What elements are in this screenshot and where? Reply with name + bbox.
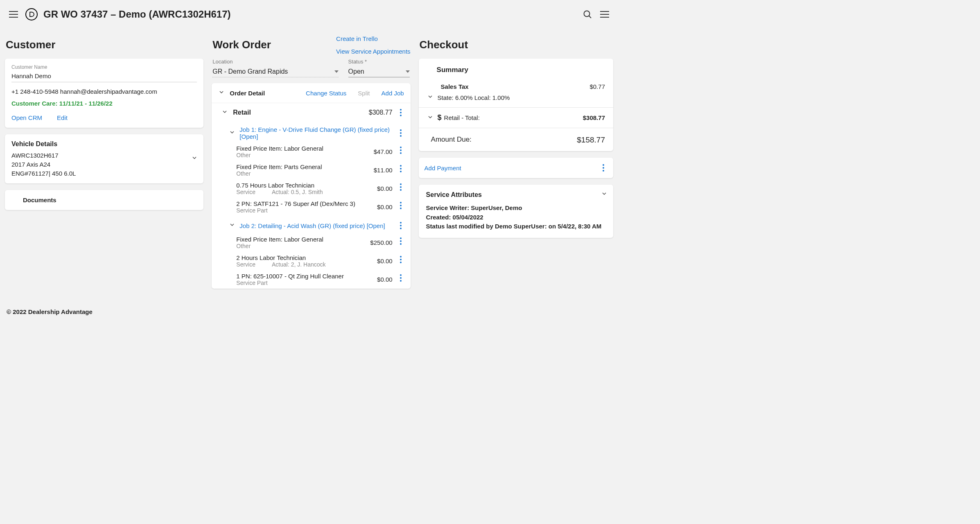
- status-select[interactable]: Status * Open: [348, 59, 410, 77]
- job-menu[interactable]: [397, 220, 405, 231]
- customer-heading: Customer: [6, 38, 203, 51]
- line-item: Fixed Price Item: Labor GeneralOther$250…: [212, 233, 410, 252]
- add-job-link[interactable]: Add Job: [382, 90, 404, 97]
- item-title: 0.75 Hours Labor Technician: [236, 182, 368, 189]
- add-payment-link[interactable]: Add Payment: [425, 165, 599, 172]
- add-payment-card: Add Payment: [419, 158, 613, 178]
- workorder-column: Work Order Create in Trello View Service…: [212, 34, 410, 295]
- item-title: 2 Hours Labor Technician: [236, 254, 368, 261]
- line-item: Fixed Price Item: Labor GeneralOther$47.…: [212, 142, 410, 161]
- customer-phone: +1 248-410-5948: [11, 88, 59, 95]
- item-menu[interactable]: [397, 163, 405, 174]
- footer-copyright: © 2022 Dealership Advantage: [0, 300, 618, 328]
- collapse-toggle[interactable]: [427, 114, 434, 122]
- menu-button-left[interactable]: [5, 6, 22, 23]
- vehicle-vin: AWRC1302H617: [11, 151, 197, 160]
- service-created: Created: 05/04/2022: [426, 213, 606, 222]
- status-value: Open: [348, 68, 364, 75]
- collapse-toggle[interactable]: [229, 221, 235, 230]
- dollar-icon: $: [438, 113, 442, 122]
- hamburger-icon: [600, 11, 609, 18]
- job-row: Job 1: Engine - V-Drive Fluid Change (GR…: [212, 122, 410, 142]
- collapse-toggle[interactable]: [218, 89, 225, 97]
- service-attributes-title: Service Attributes: [426, 191, 606, 199]
- service-writer: Service Writer: SuperUser, Demo: [426, 203, 606, 213]
- vehicle-details-card[interactable]: Vehicle Details AWRC1302H617 2017 Axis A…: [5, 134, 203, 183]
- line-item: 2 Hours Labor TechnicianServiceActual: 2…: [212, 252, 410, 270]
- item-amount: $47.00: [368, 148, 393, 155]
- location-label: Location: [212, 59, 338, 65]
- sales-tax-value: $0.77: [589, 83, 605, 90]
- item-amount: $11.00: [368, 167, 393, 174]
- item-menu[interactable]: [397, 236, 405, 246]
- collapse-toggle[interactable]: [427, 93, 434, 102]
- split-link: Split: [358, 90, 370, 97]
- sales-tax-label: Sales Tax: [441, 83, 590, 90]
- app-bar: GR WO 37437 – Demo (AWRC1302H617): [0, 0, 618, 29]
- dropdown-icon: [406, 70, 410, 73]
- create-trello-link[interactable]: Create in Trello: [336, 35, 378, 42]
- item-category: Other: [236, 152, 251, 158]
- documents-card[interactable]: Documents: [5, 190, 203, 210]
- item-subdetail: Actual: 2, J. Hancock: [272, 261, 326, 268]
- vehicle-engine: ENG#761127| 450 6.0L: [11, 169, 197, 178]
- location-value: GR - Demo Grand Rapids: [212, 68, 288, 75]
- search-button[interactable]: [579, 6, 596, 23]
- item-title: 1 PN: 625-10007 - Qt Zing Hull Cleaner: [236, 273, 368, 280]
- documents-label: Documents: [23, 196, 56, 203]
- status-label: Status *: [348, 59, 410, 65]
- collapse-toggle[interactable]: [221, 108, 228, 117]
- app-logo: [25, 8, 38, 20]
- workorder-heading: Work Order: [212, 38, 271, 51]
- edit-customer-link[interactable]: Edit: [57, 114, 68, 121]
- customer-email: hannah@dealershipadvantage.com: [60, 88, 157, 95]
- item-category: Service: [236, 261, 255, 268]
- line-item: 0.75 Hours Labor TechnicianServiceActual…: [212, 179, 410, 198]
- change-status-link[interactable]: Change Status: [306, 90, 346, 97]
- collapse-toggle[interactable]: [229, 129, 235, 137]
- item-category: Service: [236, 189, 255, 195]
- item-amount: $0.00: [368, 257, 393, 264]
- item-menu[interactable]: [397, 145, 405, 156]
- job-link[interactable]: Job 1: Engine - V-Drive Fluid Change (GR…: [239, 126, 396, 140]
- checkout-heading: Checkout: [420, 38, 613, 51]
- retail-total-label: Retail - Total:: [444, 114, 583, 121]
- chevron-down-icon: [191, 154, 198, 164]
- view-appointments-link[interactable]: View Service Appointments: [336, 48, 411, 55]
- item-menu[interactable]: [397, 182, 405, 192]
- item-title: Fixed Price Item: Labor General: [236, 236, 368, 243]
- item-amount: $0.00: [368, 203, 393, 210]
- job-menu[interactable]: [397, 128, 405, 138]
- item-category: Other: [236, 243, 251, 249]
- item-category: Service Part: [236, 280, 267, 286]
- page-title: GR WO 37437 – Demo (AWRC1302H617): [43, 9, 231, 20]
- amount-due-label: Amount Due:: [431, 136, 577, 145]
- item-menu[interactable]: [397, 200, 405, 211]
- payment-menu[interactable]: [599, 163, 607, 173]
- retail-total: $308.77: [369, 109, 393, 116]
- customer-care: Customer Care: 11/11/21 - 11/26/22: [11, 100, 197, 107]
- item-menu[interactable]: [397, 273, 405, 283]
- search-icon: [583, 9, 592, 19]
- customer-card: Customer Name Hannah Demo +1 248-410-594…: [5, 59, 203, 128]
- checkout-column: Checkout Summary Sales Tax $0.77 State: …: [419, 34, 613, 244]
- summary-title: Summary: [437, 66, 605, 74]
- line-item: 2 PN: SATF121 - 76 Super Atf (Dex/Merc 3…: [212, 198, 410, 216]
- customer-name-input[interactable]: Hannah Demo: [11, 70, 197, 82]
- job-link[interactable]: Job 2: Detailing - Acid Wash (GR) (fixed…: [239, 222, 396, 229]
- line-item: 1 PN: 625-10007 - Qt Zing Hull CleanerSe…: [212, 270, 410, 289]
- item-amount: $0.00: [368, 185, 393, 192]
- svg-point-0: [584, 11, 590, 17]
- customer-contact: +1 248-410-5948 hannah@dealershipadvanta…: [11, 88, 197, 95]
- item-amount: $0.00: [368, 276, 393, 283]
- service-attributes-card[interactable]: Service Attributes Service Writer: Super…: [419, 185, 613, 238]
- summary-card: Summary Sales Tax $0.77 State: 6.00% Loc…: [419, 59, 613, 151]
- menu-button-right[interactable]: [596, 6, 613, 23]
- location-select[interactable]: Location GR - Demo Grand Rapids: [212, 59, 338, 77]
- page-body: Customer Customer Name Hannah Demo +1 24…: [0, 29, 618, 300]
- item-menu[interactable]: [397, 254, 405, 265]
- customer-name-label: Customer Name: [11, 64, 197, 70]
- open-crm-link[interactable]: Open CRM: [11, 114, 42, 121]
- item-amount: $250.00: [368, 239, 393, 246]
- retail-menu[interactable]: [397, 107, 405, 118]
